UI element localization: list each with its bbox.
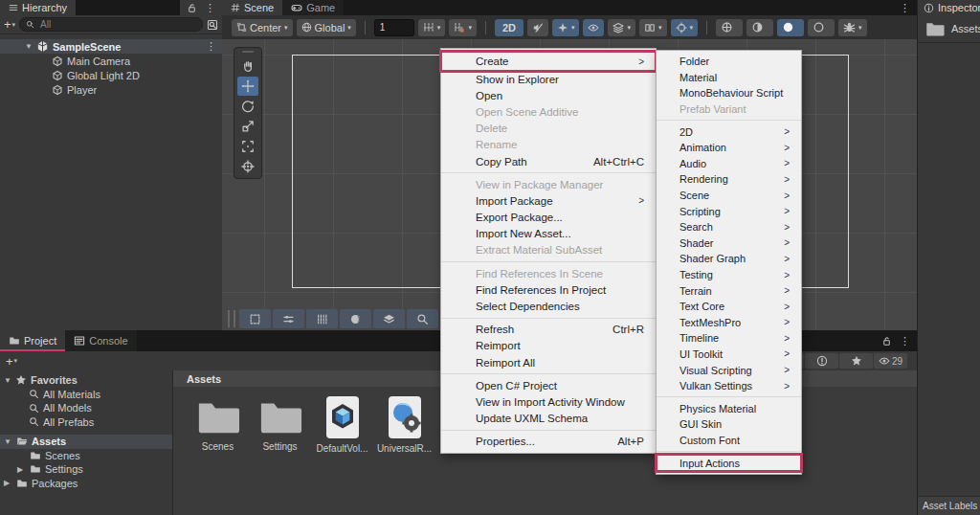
tab-project[interactable]: Project — [0, 330, 65, 351]
menu-item[interactable]: Open — [441, 87, 656, 103]
hierarchy-item[interactable]: Global Light 2D — [0, 68, 222, 82]
kebab-menu-icon[interactable]: ⋮ — [900, 3, 910, 13]
foldout-arrow-icon[interactable]: ▼ — [25, 42, 33, 51]
add-object-button[interactable]: + ▾ — [4, 17, 15, 32]
tab-console[interactable]: Console — [65, 330, 136, 351]
hierarchy-item[interactable]: Main Camera — [0, 54, 222, 68]
render-mode-button[interactable] — [746, 19, 773, 36]
menu-item[interactable]: Timeline> — [657, 330, 801, 347]
rotate-tool-button[interactable] — [237, 97, 258, 116]
menu-item[interactable]: Animation> — [657, 140, 801, 156]
transform-tool-button[interactable] — [237, 157, 258, 176]
render-mode-button[interactable] — [716, 19, 743, 36]
foldout-arrow-icon[interactable]: ▶ — [17, 465, 26, 474]
menu-item[interactable]: 2D> — [657, 123, 801, 140]
sliders-overlay-button[interactable] — [273, 309, 304, 328]
menu-item[interactable]: Reimport — [441, 338, 656, 354]
favorites-item[interactable]: All Materials — [0, 388, 172, 402]
asset-item[interactable]: UniversalR... — [373, 394, 435, 454]
asset-item[interactable]: Settings — [249, 394, 311, 452]
menu-item[interactable]: Shader> — [657, 235, 801, 252]
menu-item[interactable]: Show in Explorer — [441, 71, 656, 87]
tab-game[interactable]: Game — [282, 0, 344, 15]
menu-item[interactable]: Delete — [441, 121, 656, 137]
menu-item[interactable]: Extract Material SubAsset — [441, 242, 656, 258]
menu-item[interactable]: Import Package> — [441, 192, 656, 209]
menu-item[interactable]: Rename — [441, 137, 656, 153]
menu-item[interactable]: Prefab Variant — [657, 101, 801, 118]
hierarchy-item[interactable]: Player — [0, 82, 222, 97]
favorites-item[interactable]: All Prefabs — [0, 415, 172, 430]
terrain-layers-overlay-button[interactable] — [373, 309, 405, 328]
menu-item[interactable]: Create> — [441, 52, 656, 71]
foldout-arrow-icon[interactable]: ▼ — [4, 437, 12, 446]
snap-button[interactable]: ▾ — [418, 19, 446, 36]
menu-item[interactable]: Copy PathAlt+Ctrl+C — [441, 153, 656, 169]
menu-item[interactable]: Open Scene Additive — [441, 103, 656, 120]
menu-item[interactable]: RefreshCtrl+R — [441, 322, 656, 338]
alert-filter-button[interactable] — [805, 353, 838, 369]
foldout-arrow-icon[interactable]: ▼ — [4, 376, 11, 385]
search-picker-icon[interactable] — [207, 19, 218, 31]
menu-item[interactable]: GUI Skin — [657, 416, 801, 433]
menu-item[interactable]: Folder — [657, 54, 801, 70]
menu-item[interactable]: MonoBehaviour Script — [657, 85, 801, 101]
tab-inspector[interactable]: Inspector — [918, 0, 980, 15]
menu-item[interactable]: Audio> — [657, 156, 801, 172]
menu-item[interactable]: Rendering> — [657, 171, 801, 188]
space-mode-dropdown[interactable]: Global ▾ — [297, 19, 356, 36]
favorites-item[interactable]: All Models — [0, 401, 172, 415]
gizmo-toggle-button[interactable]: ▾ — [671, 19, 699, 36]
scale-tool-button[interactable] — [237, 117, 258, 136]
asset-item[interactable]: DefaultVol... — [311, 394, 373, 454]
move-tool-button[interactable] — [237, 77, 258, 96]
eye-filter-button[interactable]: 29 — [874, 353, 907, 369]
rect-select-overlay-button[interactable] — [239, 309, 271, 328]
foldout-arrow-icon[interactable]: ▶ — [4, 479, 12, 487]
lock-icon[interactable] — [881, 336, 892, 347]
tab-scene[interactable]: Scene — [222, 0, 282, 15]
toggle-2d-button[interactable]: 2D — [495, 19, 523, 36]
menu-item[interactable]: Material — [657, 70, 801, 86]
kebab-menu-icon[interactable]: ⋮ — [205, 3, 215, 13]
snap-button[interactable]: ▾ — [449, 19, 477, 36]
menu-item[interactable]: Visual Scripting> — [657, 362, 801, 378]
menu-item[interactable]: View in Import Activity Window — [441, 393, 656, 410]
create-asset-button[interactable]: + ▾ — [6, 354, 17, 369]
menu-item[interactable]: Terrain> — [657, 282, 801, 299]
render-mode-button[interactable] — [808, 19, 835, 36]
menu-item[interactable]: Reimport All — [441, 354, 656, 370]
render-mode-button[interactable] — [777, 19, 804, 36]
drag-handle[interactable] — [242, 51, 254, 53]
menu-item[interactable]: Properties...Alt+P — [441, 434, 656, 450]
render-mode-button[interactable]: ▾ — [838, 19, 867, 36]
menu-item[interactable]: Custom Font — [657, 433, 801, 449]
stamp-overlay-button[interactable] — [306, 309, 338, 328]
menu-item[interactable]: Scripting> — [657, 203, 801, 219]
project-tree-item[interactable]: Scenes — [0, 449, 172, 463]
menu-item[interactable]: Testing> — [657, 267, 801, 283]
favorites-header[interactable]: ▼ Favorites — [0, 373, 172, 388]
asset-item[interactable]: Scenes — [187, 394, 249, 452]
lock-icon[interactable] — [187, 3, 197, 13]
hierarchy-search-input[interactable] — [38, 18, 196, 31]
menu-item[interactable]: View in Package Manager — [441, 176, 656, 192]
hand-tool-button[interactable] — [237, 56, 258, 76]
search-overlay-button[interactable] — [407, 309, 438, 328]
sparkle-toggle-button[interactable]: ▾ — [552, 19, 580, 36]
kebab-menu-icon[interactable]: ⋮ — [900, 336, 910, 347]
star-filter-button[interactable] — [839, 353, 873, 369]
mute-toggle-button[interactable] — [527, 19, 548, 36]
menu-item[interactable]: Update UXML Schema — [441, 411, 656, 427]
menu-item[interactable]: Physics Material — [657, 400, 801, 416]
hierarchy-item-scene[interactable]: ▼ SampleScene ⋮ — [0, 39, 222, 54]
menu-item[interactable]: UI Toolkit> — [657, 347, 801, 363]
menu-item[interactable]: Vulkan Settings> — [657, 378, 801, 394]
columns-toggle-button[interactable]: ▾ — [639, 19, 667, 36]
menu-item[interactable]: Scene> — [657, 188, 801, 204]
project-tree-item[interactable]: ▶Settings — [0, 462, 172, 477]
menu-item[interactable]: Shader Graph> — [657, 251, 801, 267]
pivot-mode-dropdown[interactable]: Center ▾ — [232, 19, 293, 36]
drag-handle[interactable] — [228, 310, 235, 327]
rect-tool-button[interactable] — [237, 137, 258, 156]
